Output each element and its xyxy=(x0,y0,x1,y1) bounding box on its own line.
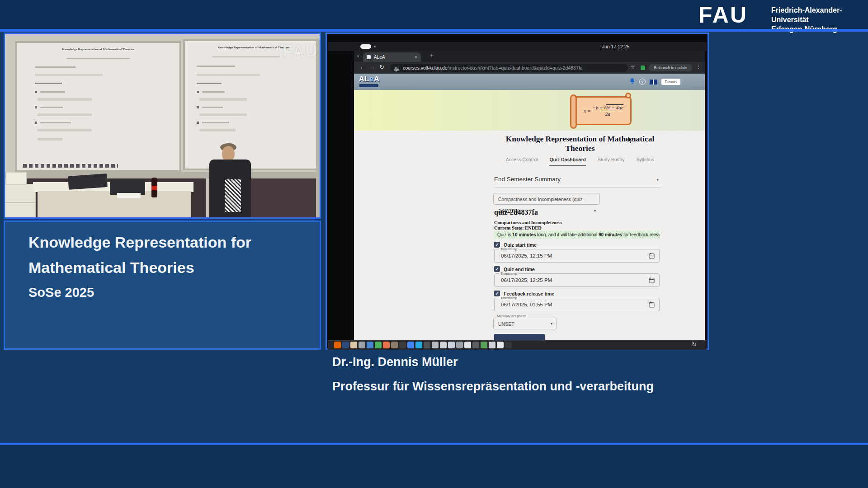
lecture-recording-frame: FAU Friedrich-Alexander-Universität Erla… xyxy=(0,0,868,488)
gimp-icon[interactable] xyxy=(391,342,398,348)
browser-tab-strip: ∨ ALeA × + xyxy=(354,51,705,62)
quiz-end-value: 06/17/2025, 12:25 PM xyxy=(501,277,552,283)
notifications-bell-icon[interactable] xyxy=(629,78,635,86)
calendar-icon[interactable] xyxy=(649,277,655,285)
browser-tab-alea[interactable]: ALeA × xyxy=(363,52,421,62)
app-gray-2-icon[interactable] xyxy=(456,342,463,348)
language-flag-icon[interactable] xyxy=(650,80,657,84)
chrome-icon[interactable] xyxy=(407,342,414,348)
reload-button[interactable]: ↻ xyxy=(379,64,384,70)
mouse-cursor xyxy=(627,136,633,146)
calendar-icon[interactable] xyxy=(649,253,655,261)
laptop-2 xyxy=(110,179,145,195)
help-icon[interactable]: ? xyxy=(639,79,646,85)
select-arrow-icon: ▾ xyxy=(551,318,552,330)
settings-icon[interactable] xyxy=(432,342,439,348)
app-gray-1-icon[interactable] xyxy=(448,342,455,348)
vscode-icon[interactable] xyxy=(415,342,422,348)
timestamp-label: Timestamp xyxy=(499,296,519,300)
screen-capture-video[interactable]: Jun 17 12:25 ∨ ALeA × + ← → ↻ xyxy=(326,33,709,350)
quiz-end-timestamp-field[interactable]: Timestamp 06/17/2025, 12:25 PM xyxy=(494,273,660,287)
files-icon[interactable] xyxy=(350,342,357,348)
laptop xyxy=(68,174,108,190)
projected-taskbar xyxy=(23,164,118,168)
screenshot-icon[interactable] xyxy=(440,342,447,348)
course-title: Knowledge Representation of Mathematical… xyxy=(494,134,666,153)
dashboard-tabs: Access Control Quiz Dashboard Study Budd… xyxy=(494,157,666,166)
end-semester-summary-accordion[interactable]: End Semester Summary ▾ xyxy=(494,176,660,188)
university-line1: Friedrich-Alexander-Universität xyxy=(771,5,868,24)
quadratic-formula-scroll: x = −b ± √b² − 4ac 2a xyxy=(576,96,632,125)
quiz-start-label: Quiz start time xyxy=(504,242,537,248)
address-bar[interactable]: courses.voll-ki.fau.de/instructor-dash/k… xyxy=(390,64,628,72)
app-green-icon[interactable] xyxy=(481,342,487,348)
feedback-release-value: 06/17/2025, 01:55 PM xyxy=(501,302,552,307)
relaunch-to-update-button[interactable]: Relaunch to update xyxy=(649,64,692,71)
calendar-icon[interactable] xyxy=(649,301,655,310)
refresh-icon[interactable]: ↻ xyxy=(692,341,697,348)
screen-rail xyxy=(5,172,321,178)
lecture-video[interactable]: Knowledge Representation of Mathematical… xyxy=(4,33,321,219)
indicator-dot xyxy=(374,46,376,47)
url-text[interactable]: courses.voll-ki.fau.de/instructor-dash/k… xyxy=(403,65,583,70)
back-button[interactable]: ← xyxy=(359,64,365,70)
app-light-2-icon[interactable] xyxy=(497,342,504,348)
tab-study-buddy[interactable]: Study Buddy xyxy=(598,157,625,166)
fau-watermark: FAU xyxy=(283,42,318,61)
taskbar: ↻ xyxy=(328,340,707,350)
firefox-icon[interactable] xyxy=(334,342,341,348)
scroll-curl xyxy=(625,93,631,99)
libreoffice-writer-icon[interactable] xyxy=(367,342,373,348)
tab-title: ALeA xyxy=(374,52,385,62)
box xyxy=(6,172,27,185)
lecture-title-panel: Knowledge Representation for Mathematica… xyxy=(4,221,321,350)
fau-logo: FAU xyxy=(698,3,766,27)
tab-search-chevron-icon[interactable]: ∨ xyxy=(357,54,360,58)
tab-close-icon[interactable]: × xyxy=(415,52,417,62)
taskbar-icons xyxy=(334,342,512,348)
url-path: /instructor-dash/kmt?tab=quiz-dashboard&… xyxy=(448,65,583,70)
terminal-icon[interactable] xyxy=(424,342,430,348)
tab-favicon xyxy=(367,55,371,59)
text-editor-icon[interactable] xyxy=(359,342,365,348)
thunderbird-icon[interactable] xyxy=(342,342,349,348)
tab-syllabus[interactable]: Syllabus xyxy=(636,157,654,166)
browser-menu-icon[interactable]: ⋮ xyxy=(696,64,701,70)
app-light-1-icon[interactable] xyxy=(489,342,495,348)
forward-button[interactable]: → xyxy=(369,64,375,70)
desktop-clock[interactable]: Jun 17 12:25 xyxy=(595,44,636,49)
alea-logo[interactable]: ALeA xyxy=(359,75,380,83)
inkscape-icon[interactable] xyxy=(399,342,406,348)
tab-quiz-dashboard[interactable]: Quiz Dashboard xyxy=(549,157,586,166)
extension-icon[interactable] xyxy=(641,66,645,70)
app-gray-3-icon[interactable] xyxy=(464,342,471,348)
lecture-title-line2: Mathematical Theories xyxy=(28,259,194,277)
feedback-release-label: Feedback release time xyxy=(504,291,554,296)
user-menu-button[interactable]: Dennis xyxy=(661,79,680,85)
feedback-release-timestamp-field[interactable]: Timestamp 06/17/2025, 01:55 PM xyxy=(494,298,660,311)
quiz-start-value: 06/17/2025, 12:15 PM xyxy=(501,253,552,258)
top-divider xyxy=(0,29,868,32)
tab-access-control[interactable]: Access Control xyxy=(506,157,538,166)
quadratic-formula: x = −b ± √b² − 4ac 2a xyxy=(584,105,623,116)
app-dark-2-icon[interactable] xyxy=(505,342,512,348)
libreoffice-impress-icon[interactable] xyxy=(383,342,390,348)
desktop-top-bar: Jun 17 12:25 xyxy=(328,42,707,51)
app-dark-1-icon[interactable] xyxy=(472,342,479,348)
url-domain: courses.voll-ki.fau.de xyxy=(403,65,448,70)
quiz-start-timestamp-field[interactable]: Timestamp 06/17/2025, 12:15 PM xyxy=(494,249,660,263)
libreoffice-calc-icon[interactable] xyxy=(375,342,382,348)
new-tab-button[interactable]: + xyxy=(430,52,434,59)
quiz-select[interactable]: Compactness and Incompleteness (quiz-2d4… xyxy=(493,193,600,205)
quiz-end-label: Quiz end time xyxy=(504,267,535,272)
select-arrow-icon: ▾ xyxy=(594,205,596,217)
site-info-icon[interactable] xyxy=(394,66,399,74)
recording-indicator[interactable] xyxy=(360,44,371,49)
phase-select[interactable]: UNSET ▾ xyxy=(493,318,557,329)
papers xyxy=(117,193,141,198)
cabinet xyxy=(5,184,36,219)
timestamp-label: Timestamp xyxy=(499,272,519,276)
bookmark-star-icon[interactable]: ☆ xyxy=(631,64,635,70)
speaker-affiliation: Professur für Wissensrepräsentation und … xyxy=(332,380,654,394)
lecture-term: SoSe 2025 xyxy=(28,285,94,300)
